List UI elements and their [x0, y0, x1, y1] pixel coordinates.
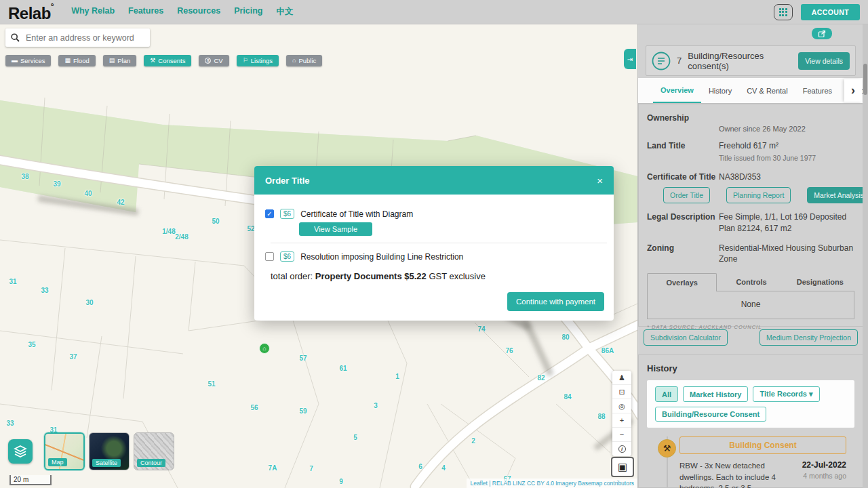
basemap-label: Contour — [137, 459, 165, 467]
basemap-label: Map — [48, 458, 67, 466]
order-item-label: Resolution imposing Building Line Restri… — [300, 252, 463, 262]
order-item-checkbox[interactable]: ✓ — [265, 209, 274, 218]
zoom-to-extent-button[interactable]: ⊡ — [612, 385, 631, 399]
parcel-number-label: 2/48 — [175, 233, 188, 241]
external-link-icon — [818, 30, 826, 38]
continue-payment-button[interactable]: Continue with payment — [507, 292, 604, 311]
nav-link-item-4[interactable]: 中文 — [277, 6, 294, 18]
parcel-number-label: 39 — [53, 180, 60, 188]
land-title-issued: Title issued from 30 June 1977 — [719, 153, 854, 163]
minimap-toggle-button[interactable]: ▣ — [611, 457, 634, 477]
parcel-number-label: 74 — [477, 325, 485, 333]
parcel-number-label: 50 — [212, 218, 219, 225]
overlays-content: None — [647, 291, 854, 319]
panel-tabs: OverviewHistoryCV & RentalFeaturesScho › — [638, 78, 863, 103]
divider — [271, 243, 607, 243]
price-badge: $6 — [280, 251, 294, 262]
tabs-scroll-right-button[interactable]: › — [844, 79, 862, 102]
history-item-ago: 4 months ago — [788, 472, 846, 480]
nav-link-resources[interactable]: Resources — [177, 6, 220, 18]
parcel-number-label: 86A — [601, 347, 614, 354]
parcel-number-label: 1 — [395, 373, 399, 380]
parcel-number-label: 2 — [471, 437, 475, 445]
flood-icon: ▦ — [64, 58, 71, 64]
modal-title: Order Title — [265, 176, 597, 186]
history-chip-title-records[interactable]: Title Records ▾ — [753, 386, 819, 402]
parcel-number-label: 33 — [41, 287, 48, 294]
basemap-satellite[interactable]: Satellite — [89, 432, 130, 470]
zoom-out-button[interactable]: − — [612, 428, 631, 442]
map-filter-plan[interactable]: ▤Plan — [103, 55, 137, 66]
parcel-number-label: 84 — [564, 393, 571, 401]
ownership-label: Ownership — [647, 113, 719, 134]
subtab-controls[interactable]: Controls — [717, 273, 785, 291]
export-button[interactable] — [812, 28, 832, 39]
property-marker[interactable]: ⌂ — [259, 343, 270, 354]
public-icon: ⌂ — [292, 58, 296, 64]
house-icon: ⌂ — [262, 345, 266, 352]
history-chip-building-resource-consent[interactable]: Building/Resource Consent — [655, 407, 766, 422]
services-icon: ▬ — [12, 58, 18, 64]
land-title-label: Land Title — [647, 140, 719, 163]
collapse-arrow-icon: ⇥ — [627, 56, 633, 63]
map-filter-public[interactable]: ⌂Public — [286, 55, 322, 66]
view-details-button[interactable]: View details — [798, 52, 850, 70]
locate-me-button[interactable]: ◎ — [612, 399, 631, 413]
parcel-number-label: 59 — [299, 407, 307, 415]
certificate-of-title-label: Certificate of Title — [647, 171, 719, 182]
order-title-button[interactable]: Order Title — [663, 187, 710, 203]
history-timeline: ⚒ Building Consent RBW - 3x New detached… — [647, 436, 854, 488]
overview-section: Ownership Owner since 26 May 2022 Land T… — [638, 103, 863, 327]
map-filter-consents[interactable]: ⚒Consents — [144, 55, 191, 66]
basemap-contour[interactable]: Contour — [134, 432, 174, 470]
map-filter-listings[interactable]: ⚐Listings — [237, 55, 279, 66]
history-chip-market-history[interactable]: Market History — [683, 386, 748, 402]
nav-link-features[interactable]: Features — [128, 6, 163, 18]
parcel-number-label: 3 — [374, 402, 378, 409]
basemap-map[interactable]: Map — [44, 432, 85, 470]
planning-report-button[interactable]: Planning Report — [726, 187, 791, 203]
nav-link-why-relab[interactable]: Why Relab — [71, 6, 115, 18]
order-item-checkbox[interactable] — [265, 252, 274, 261]
map-filter-cv[interactable]: $CV — [199, 55, 229, 66]
nav-link-pricing[interactable]: Pricing — [234, 6, 262, 18]
market-analysis-cma-button[interactable]: Market Analysis (CMA) — [807, 187, 868, 203]
view-sample-button[interactable]: View Sample — [299, 222, 372, 236]
history-item[interactable]: RBW - 3x New detached dwellings. Each to… — [679, 460, 846, 488]
order-total: total order: Property Documents $5.22 GS… — [271, 271, 603, 281]
subtab-designations[interactable]: Designations — [786, 273, 854, 291]
medium-density-projection-button[interactable]: Medium Density Projection — [760, 329, 858, 346]
layers-icon — [14, 445, 27, 458]
map-filter-flood[interactable]: ▦Flood — [58, 55, 95, 66]
close-icon[interactable]: × — [597, 176, 603, 186]
search-input[interactable] — [24, 33, 144, 43]
history-section: History AllMarket HistoryTitle Records ▾… — [638, 354, 863, 488]
consents-count: 7 — [677, 56, 682, 66]
tab-features[interactable]: Features — [795, 78, 840, 103]
account-button[interactable]: ACCOUNT — [801, 4, 860, 20]
address-search[interactable] — [5, 28, 150, 47]
streetview-pegman-button[interactable]: ♟ — [612, 371, 631, 385]
layers-button[interactable] — [8, 439, 33, 464]
panel-scrollbar[interactable] — [863, 24, 868, 488]
order-item: $6Resolution imposing Building Line Rest… — [265, 251, 603, 262]
info-icon: i — [618, 445, 626, 453]
map-info-button[interactable]: i — [612, 442, 631, 456]
brand-logo[interactable]: Relab° — [8, 3, 54, 22]
search-icon — [11, 33, 20, 42]
parcel-number-label: 80 — [561, 333, 569, 341]
tab-cv-rental[interactable]: CV & Rental — [739, 78, 795, 103]
zoom-in-button[interactable]: + — [612, 413, 631, 428]
panel-collapse-handle[interactable]: ⇥ — [624, 49, 636, 69]
subtab-overlays[interactable]: Overlays — [647, 273, 717, 291]
grid-icon — [779, 8, 787, 16]
apps-grid-button[interactable] — [774, 4, 793, 20]
land-title-value: Freehold 617 m² — [719, 140, 854, 151]
tab-overview[interactable]: Overview — [653, 78, 701, 103]
history-chip-all[interactable]: All — [655, 386, 678, 402]
tab-history[interactable]: History — [701, 78, 739, 103]
map-filter-services[interactable]: ▬Services — [5, 55, 51, 66]
history-filter-chips: AllMarket HistoryTitle Records ▾Building… — [647, 380, 854, 428]
scrollbar-thumb[interactable] — [863, 64, 867, 95]
subdivision-calculator-button[interactable]: Subdivision Calculator — [644, 329, 728, 346]
